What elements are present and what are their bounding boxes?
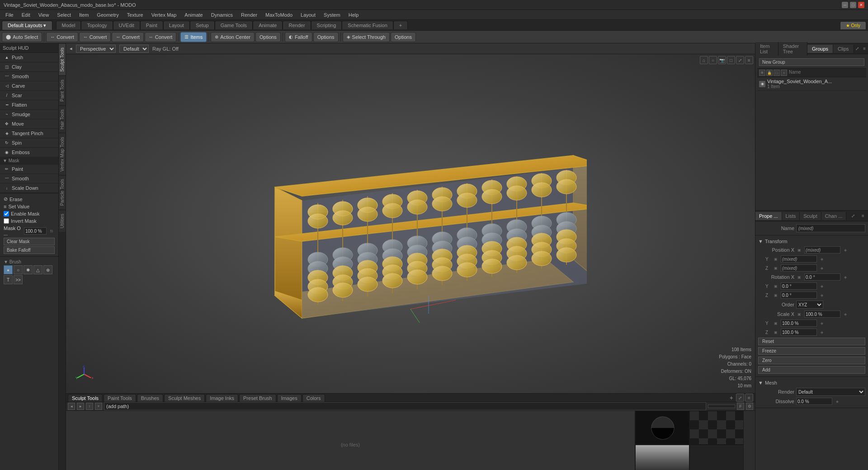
texture-thumb-4[interactable]	[689, 445, 744, 470]
rb-expand-icon[interactable]: ⤢	[848, 211, 858, 221]
mask-scale-down[interactable]: ↓ Scale Down	[0, 183, 58, 193]
rb-tab-channels[interactable]: Chan ...	[821, 212, 847, 220]
bottom-tab-images[interactable]: Images	[277, 394, 302, 402]
sculpt-tangent-pinch[interactable]: ◈ Tangent Pinch	[0, 129, 58, 138]
minimize-button[interactable]: ─	[842, 2, 848, 8]
mesh-title[interactable]: ▼ Mesh	[758, 379, 865, 387]
only-button[interactable]: ★ Only	[840, 21, 866, 29]
convert-button-2[interactable]: ↔ Convert	[79, 32, 111, 42]
side-tab-paint-tools[interactable]: Paint Tools	[59, 75, 66, 105]
bottom-expand-icon[interactable]: ⤢	[736, 394, 744, 402]
rb-settings-icon[interactable]: ≡	[858, 211, 868, 221]
invert-mask-checkbox[interactable]	[4, 218, 9, 224]
rb-tab-properties[interactable]: Prope ...	[755, 212, 782, 220]
menu-system[interactable]: System	[320, 11, 344, 19]
menu-view[interactable]: View	[35, 11, 53, 19]
invert-mask-row[interactable]: Invert Mask	[4, 217, 55, 225]
brush-star[interactable]: ✱	[24, 265, 33, 274]
bottom-tab-colors[interactable]: Colors	[302, 394, 325, 402]
sculpt-flatten[interactable]: ━ Flatten	[0, 100, 58, 110]
close-button[interactable]: ✕	[858, 2, 864, 8]
name-prop-input[interactable]	[796, 224, 865, 232]
file-browser[interactable]: (no files)	[66, 411, 635, 470]
sculpt-push[interactable]: ▲ Push	[0, 53, 58, 62]
action-center-button[interactable]: ⊕ Action Center	[211, 32, 255, 42]
zero-button[interactable]: Zero	[758, 357, 865, 364]
menu-file[interactable]: File	[2, 11, 17, 19]
vp-expand-icon[interactable]: ⤢	[736, 56, 744, 64]
scale-z-key-icon[interactable]: ◈	[819, 329, 825, 335]
mask-opacity-input[interactable]	[24, 227, 47, 235]
vp-fit-icon[interactable]: ○	[709, 56, 717, 64]
texture-thumb-3[interactable]	[635, 445, 689, 470]
transform-title[interactable]: ▼ Transform	[758, 237, 865, 245]
right-top-settings-icon[interactable]: ≡	[861, 44, 868, 54]
scale-x-input[interactable]	[804, 310, 840, 318]
scale-y-input[interactable]	[781, 320, 817, 327]
sculpt-clay[interactable]: ◫ Clay	[0, 62, 58, 72]
rotation-z-input[interactable]	[781, 291, 817, 299]
position-y-key-icon[interactable]: ◈	[819, 256, 825, 262]
rotation-z-key-icon[interactable]: ◈	[819, 292, 825, 298]
layout-dropdown[interactable]: Default Layouts ▾	[2, 21, 52, 30]
texture-thumb-2[interactable]	[689, 411, 744, 445]
tab-layout[interactable]: Layout	[163, 21, 190, 29]
enable-mask-row[interactable]: Enable Mask	[4, 210, 55, 217]
vis-icon-render[interactable]: □	[774, 70, 780, 76]
tab-paint[interactable]: Paint	[140, 21, 163, 29]
right-tab-groups[interactable]: Groups	[807, 45, 833, 53]
options-button-1[interactable]: Options	[255, 32, 281, 42]
path-new-button[interactable]: +	[95, 403, 102, 410]
rb-tab-sculpt[interactable]: Sculpt	[800, 212, 821, 220]
tab-animate[interactable]: Animate	[253, 21, 283, 29]
bottom-tab-brushes[interactable]: Brushes	[137, 394, 163, 402]
reset-button[interactable]: Reset	[758, 338, 865, 345]
brush-text[interactable]: T	[4, 275, 13, 284]
select-through-button[interactable]: ◈ Select Through	[343, 32, 390, 42]
sculpt-scar[interactable]: / Scar	[0, 91, 58, 100]
scale-y-key-icon[interactable]: ◈	[819, 320, 825, 326]
side-tab-sculpt-tools[interactable]: Sculpt Tools	[59, 43, 66, 75]
sculpt-carve[interactable]: ◁ Carve	[0, 81, 58, 91]
side-tab-particle[interactable]: Particle Tools	[59, 175, 66, 209]
position-x-key-icon[interactable]: ◈	[842, 247, 849, 253]
position-y-input[interactable]	[781, 255, 817, 263]
brush-cross[interactable]: ⊕	[43, 265, 52, 274]
convert-button-3[interactable]: ↔ Convert	[112, 32, 144, 42]
clear-mask-button[interactable]: Clear Mask	[4, 238, 55, 245]
side-tab-vertex-map[interactable]: Vertex Map Tools	[59, 133, 66, 175]
options-button-2[interactable]: Options	[313, 32, 339, 42]
right-top-expand-icon[interactable]: ⤢	[854, 44, 861, 54]
bottom-tab-image-inks[interactable]: Image Inks	[206, 394, 238, 402]
path-scrollbar[interactable]	[708, 404, 735, 408]
add-button[interactable]: Add	[758, 366, 865, 374]
viewport-expand-icon[interactable]: ◂	[70, 46, 72, 52]
bottom-tab-preset-brush[interactable]: Preset Brush	[239, 394, 276, 402]
sculpt-emboss[interactable]: ◉ Emboss	[0, 148, 58, 157]
viewport-perspective-select[interactable]: Perspective	[76, 45, 116, 53]
right-tab-shader-tree[interactable]: Shader Tree	[778, 42, 807, 56]
tab-render[interactable]: Render	[283, 21, 311, 29]
path-up-button[interactable]: ↑	[86, 403, 93, 410]
tab-scripting[interactable]: Scripting	[311, 21, 342, 29]
vis-icon-eye[interactable]: 👁	[759, 70, 765, 76]
bake-falloff-button[interactable]: Bake Falloff	[4, 246, 55, 254]
bottom-tab-add-button[interactable]: +	[730, 394, 733, 401]
order-select[interactable]: XYZ	[796, 301, 823, 309]
convert-button-4[interactable]: ↔ Convert	[145, 32, 177, 42]
menu-animate[interactable]: Animate	[181, 11, 206, 19]
menu-texture[interactable]: Texture	[123, 11, 147, 19]
menu-dynamics[interactable]: Dynamics	[208, 11, 236, 19]
render-select[interactable]: Default	[796, 388, 865, 396]
rotation-x-input[interactable]	[804, 273, 840, 281]
menu-render[interactable]: Render	[237, 11, 261, 19]
menu-vertex-map[interactable]: Vertex Map	[148, 11, 180, 19]
mask-paint[interactable]: ✏ Paint	[0, 164, 58, 174]
rotation-x-key-icon[interactable]: ◈	[842, 274, 849, 280]
path-back-button[interactable]: ◂	[68, 403, 75, 410]
layout-selector[interactable]: Default Layouts ▾	[2, 21, 52, 30]
scale-x-key-icon[interactable]: ◈	[842, 311, 849, 317]
dissolve-key-icon[interactable]: ◈	[834, 398, 840, 404]
mask-smooth[interactable]: 〰 Smooth	[0, 174, 58, 183]
vp-camera-icon[interactable]: 📷	[718, 56, 726, 64]
